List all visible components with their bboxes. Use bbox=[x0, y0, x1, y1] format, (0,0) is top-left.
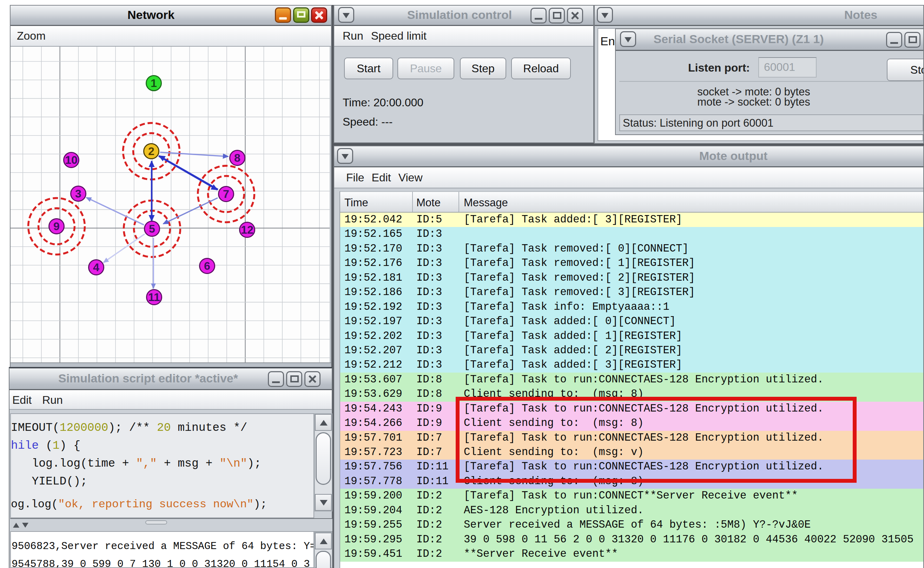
svg-text:6: 6 bbox=[204, 260, 210, 272]
svg-text:3: 3 bbox=[75, 187, 82, 200]
svg-text:1: 1 bbox=[151, 77, 157, 89]
svg-text:8: 8 bbox=[234, 151, 241, 164]
svg-text:9: 9 bbox=[53, 220, 60, 233]
svg-text:11: 11 bbox=[148, 291, 160, 304]
svg-text:7: 7 bbox=[223, 188, 229, 200]
svg-text:10: 10 bbox=[65, 154, 77, 166]
svg-text:5: 5 bbox=[149, 222, 155, 235]
svg-text:2: 2 bbox=[148, 145, 155, 157]
svg-text:4: 4 bbox=[93, 261, 99, 273]
svg-text:12: 12 bbox=[241, 224, 253, 236]
